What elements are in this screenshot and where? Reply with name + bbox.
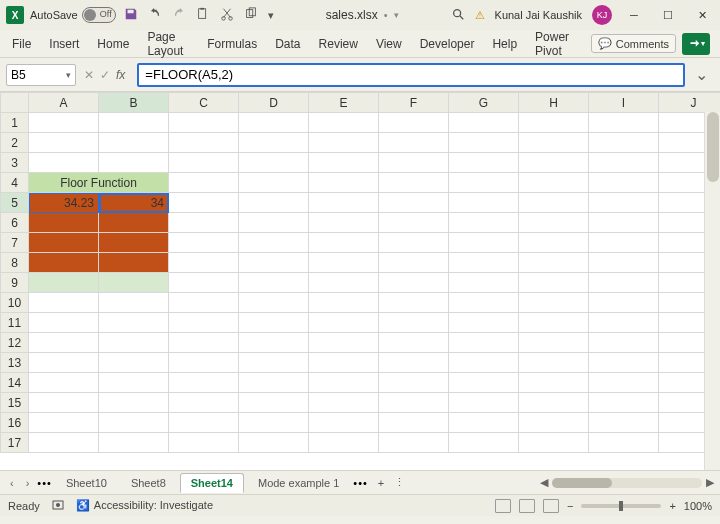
cell[interactable] [519, 113, 589, 133]
cell[interactable] [29, 313, 99, 333]
cell[interactable] [309, 333, 379, 353]
row-header[interactable]: 14 [1, 373, 29, 393]
cell[interactable] [589, 193, 659, 213]
close-button[interactable]: ✕ [690, 3, 714, 27]
autosave-toggle[interactable]: Off [82, 7, 116, 23]
row-header[interactable]: 9 [1, 273, 29, 293]
cell[interactable] [99, 233, 169, 253]
tab-nav-prev-icon[interactable]: ‹ [6, 477, 18, 489]
cell[interactable] [449, 373, 519, 393]
cell[interactable] [239, 433, 309, 453]
cell[interactable] [99, 353, 169, 373]
cell[interactable] [169, 253, 239, 273]
cell[interactable] [309, 313, 379, 333]
cell[interactable] [519, 253, 589, 273]
name-box[interactable]: B5 ▾ [6, 64, 76, 86]
cell[interactable] [169, 233, 239, 253]
col-header-H[interactable]: H [519, 93, 589, 113]
cell[interactable] [589, 333, 659, 353]
cell[interactable] [519, 193, 589, 213]
cell[interactable] [309, 113, 379, 133]
cell[interactable] [29, 393, 99, 413]
cell[interactable] [589, 233, 659, 253]
fx-icon[interactable]: fx [116, 68, 125, 82]
tab-page-layout[interactable]: Page Layout [145, 26, 191, 62]
cell[interactable] [379, 213, 449, 233]
row-header[interactable]: 16 [1, 413, 29, 433]
cell[interactable] [589, 373, 659, 393]
cell[interactable] [169, 213, 239, 233]
formula-expand-icon[interactable]: ⌄ [689, 65, 714, 84]
cell[interactable] [379, 153, 449, 173]
cell[interactable] [99, 153, 169, 173]
cell[interactable] [449, 193, 519, 213]
cell[interactable] [29, 293, 99, 313]
view-normal-icon[interactable] [495, 499, 511, 513]
cell[interactable] [519, 393, 589, 413]
row-header[interactable]: 3 [1, 153, 29, 173]
cell[interactable] [309, 173, 379, 193]
cell[interactable] [449, 153, 519, 173]
cell[interactable] [169, 353, 239, 373]
cell[interactable] [379, 193, 449, 213]
cell-A5[interactable]: 34.23 [29, 193, 99, 213]
tab-view[interactable]: View [374, 33, 404, 55]
cell[interactable] [99, 113, 169, 133]
new-sheet-icon[interactable]: + [372, 477, 390, 489]
cell[interactable] [309, 253, 379, 273]
scrollbar-thumb[interactable] [707, 112, 719, 182]
cell[interactable] [519, 353, 589, 373]
accessibility-status[interactable]: ♿Accessibility: Investigate [76, 499, 213, 512]
view-page-break-icon[interactable] [543, 499, 559, 513]
cell-B5[interactable]: 34 [99, 193, 169, 213]
cell[interactable] [309, 433, 379, 453]
cell[interactable] [379, 173, 449, 193]
cell[interactable] [379, 393, 449, 413]
tab-power-pivot[interactable]: Power Pivot [533, 26, 577, 62]
zoom-slider[interactable] [581, 504, 661, 508]
tab-insert[interactable]: Insert [47, 33, 81, 55]
cell[interactable] [449, 113, 519, 133]
cell[interactable] [29, 133, 99, 153]
cell[interactable] [589, 213, 659, 233]
row-header[interactable]: 4 [1, 173, 29, 193]
row-header[interactable]: 7 [1, 233, 29, 253]
view-page-layout-icon[interactable] [519, 499, 535, 513]
cell[interactable] [169, 273, 239, 293]
cell[interactable] [239, 173, 309, 193]
row-header[interactable]: 1 [1, 113, 29, 133]
vertical-scrollbar[interactable] [704, 112, 720, 470]
cell[interactable] [99, 313, 169, 333]
sheet-tabs-menu-icon[interactable]: ⋮ [394, 476, 405, 489]
cell[interactable] [449, 333, 519, 353]
cell[interactable] [169, 433, 239, 453]
cell[interactable] [99, 413, 169, 433]
cell[interactable] [239, 353, 309, 373]
cell[interactable] [239, 193, 309, 213]
row-header[interactable]: 8 [1, 253, 29, 273]
cell[interactable] [589, 393, 659, 413]
cell[interactable] [379, 273, 449, 293]
cell[interactable] [99, 393, 169, 413]
cell[interactable] [239, 313, 309, 333]
cell[interactable] [169, 333, 239, 353]
hscroll-thumb[interactable] [552, 478, 612, 488]
row-header[interactable]: 17 [1, 433, 29, 453]
cell[interactable] [99, 213, 169, 233]
cell[interactable] [239, 373, 309, 393]
cell[interactable] [519, 333, 589, 353]
cell[interactable] [239, 113, 309, 133]
sheet-tab[interactable]: Sheet8 [121, 474, 176, 492]
zoom-level[interactable]: 100% [684, 500, 712, 512]
cell[interactable] [379, 353, 449, 373]
cell[interactable] [519, 173, 589, 193]
user-avatar[interactable]: KJ [592, 5, 612, 25]
cell[interactable] [169, 293, 239, 313]
name-box-dropdown-icon[interactable]: ▾ [66, 70, 71, 80]
cell[interactable] [589, 413, 659, 433]
horizontal-scrollbar[interactable]: ◀ ▶ [540, 476, 714, 489]
redo-icon[interactable] [172, 7, 186, 23]
col-header-G[interactable]: G [449, 93, 519, 113]
sheet-tab[interactable]: Sheet10 [56, 474, 117, 492]
cell[interactable] [519, 313, 589, 333]
